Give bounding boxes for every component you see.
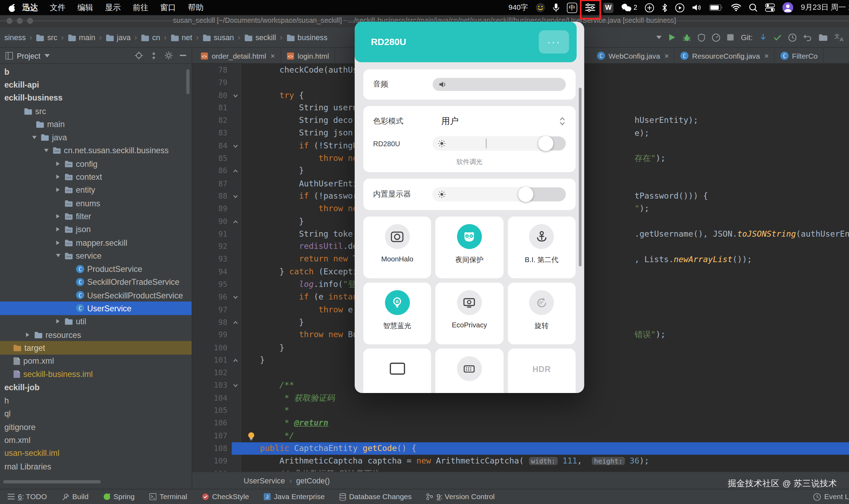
breadcrumb-item-5[interactable]: net	[182, 33, 192, 42]
breadcrumb-item-7[interactable]: seckill	[256, 33, 276, 42]
tree-item[interactable]: src	[0, 104, 192, 118]
tree-item[interactable]: CUserService	[0, 302, 192, 315]
menu-item-3[interactable]: 前往	[127, 2, 154, 13]
statusbar-checkstyle[interactable]: CheckStyle	[202, 492, 249, 501]
apple-menu-icon[interactable]	[8, 3, 16, 12]
tree-item[interactable]: main	[0, 118, 192, 131]
menu-item-4[interactable]: 窗口	[154, 2, 182, 13]
tree-item[interactable]: service	[0, 249, 192, 262]
statusbar-build[interactable]: Build	[61, 492, 89, 501]
profiler-icon[interactable]	[712, 33, 720, 41]
tree-item[interactable]: ql	[0, 407, 192, 420]
fold-marker-icon[interactable]	[233, 295, 238, 300]
feature-ecoprivacy[interactable]: EcoPrivacy	[436, 283, 503, 344]
menubar-clock[interactable]: 9月23日 周一 1	[801, 3, 849, 13]
more-options-button[interactable]: ···	[539, 30, 569, 54]
tree-item[interactable]: mapper.seckill	[0, 236, 192, 249]
builtin-brightness-slider[interactable]	[433, 187, 566, 201]
tree-item[interactable]: eckill-job	[0, 381, 192, 394]
fold-marker-icon[interactable]	[233, 383, 238, 388]
tree-item[interactable]: context	[0, 170, 192, 184]
menu-item-1[interactable]: 编辑	[72, 2, 99, 13]
project-panel-title[interactable]: Project	[17, 51, 40, 60]
wifi-icon[interactable]	[731, 4, 741, 12]
breadcrumb-item-2[interactable]: main	[79, 33, 95, 42]
audio-slider[interactable]	[433, 78, 566, 91]
tree-item[interactable]: rnal Libraries	[0, 460, 192, 473]
popup-scrollbar[interactable]	[579, 88, 582, 266]
play-icon[interactable]	[675, 3, 684, 12]
expand-arrow-icon[interactable]	[54, 319, 62, 324]
breadcrumb-item-1[interactable]: src	[47, 33, 57, 42]
expand-arrow-icon[interactable]	[54, 187, 62, 192]
slider-knob[interactable]	[518, 187, 533, 202]
tree-item[interactable]: entity	[0, 183, 192, 197]
run-config-caret-icon[interactable]	[656, 36, 662, 39]
statusbar-spring[interactable]: Spring	[103, 492, 135, 501]
git-commit-icon[interactable]	[774, 34, 781, 40]
project-horizontal-scrollbar[interactable]	[3, 480, 101, 483]
menubar-app-name[interactable]: 迅达	[16, 2, 44, 13]
feature-hdr[interactable]: HDR	[508, 349, 575, 393]
input-method-indicator[interactable]: 中	[567, 2, 577, 13]
breadcrumb-item-3[interactable]: java	[117, 33, 131, 42]
git-history-icon[interactable]	[788, 33, 796, 41]
editor-tab[interactable]: CWebConfig.java×	[591, 47, 675, 64]
intention-bulb-icon[interactable]	[247, 431, 256, 440]
expand-arrow-icon[interactable]	[24, 332, 31, 337]
tree-item[interactable]: pom.xml	[0, 354, 192, 368]
w-app-icon[interactable]: W	[603, 2, 613, 13]
feature-moonhalo[interactable]: MoonHalo	[363, 216, 431, 278]
expand-arrow-icon[interactable]	[54, 227, 62, 232]
editor-tab[interactable]: CFilterCo	[775, 47, 824, 64]
wechat-icon[interactable]: 2	[621, 3, 637, 12]
tree-item[interactable]: eckill-api	[0, 78, 192, 91]
project-title-caret-icon[interactable]	[44, 54, 50, 57]
tree-item[interactable]: json	[0, 223, 192, 236]
control-center-icon[interactable]	[765, 3, 775, 13]
breadcrumb-class[interactable]: UserService	[244, 476, 285, 485]
tree-item[interactable]: target	[0, 341, 192, 355]
tree-item[interactable]: enums	[0, 197, 192, 210]
color-mode-stepper[interactable]	[559, 116, 566, 127]
statusbar-javaee[interactable]: JJava Enterprise	[264, 492, 325, 501]
tree-item[interactable]: gitignore	[0, 420, 192, 433]
tab-close-icon[interactable]: ×	[271, 51, 275, 60]
statusbar-db[interactable]: Database Changes	[339, 492, 412, 501]
tab-close-icon[interactable]: ×	[764, 51, 769, 60]
fold-marker-icon[interactable]	[233, 219, 238, 224]
monitor-brightness-slider[interactable]	[433, 136, 566, 150]
fold-marker-icon[interactable]	[233, 143, 238, 149]
feature-bi-gen2[interactable]: B.I. 第二代	[508, 216, 575, 278]
statusbar-vcs[interactable]: 9: Version Control	[426, 492, 495, 501]
tree-item[interactable]: java	[0, 131, 192, 144]
expand-arrow-icon[interactable]	[54, 214, 62, 219]
volume-icon[interactable]	[692, 4, 702, 12]
feature-smart-blue-light[interactable]: B智慧蓝光	[363, 283, 431, 344]
add-icon[interactable]	[645, 3, 654, 12]
editor-tab[interactable]: CResourceConfig.java×	[675, 47, 775, 64]
tree-item[interactable]: h	[0, 394, 192, 407]
fold-marker-icon[interactable]	[233, 194, 238, 199]
tree-item[interactable]: b	[0, 65, 192, 78]
tree-item[interactable]: resources	[0, 328, 192, 341]
tree-item[interactable]: CProductService	[0, 262, 192, 275]
collapse-icon[interactable]	[150, 52, 158, 59]
tree-item[interactable]: usan-seckill.iml	[0, 446, 192, 460]
feature-rotation[interactable]: 0°旋转	[508, 283, 575, 344]
locate-icon[interactable]	[135, 51, 143, 59]
expand-arrow-icon[interactable]	[54, 161, 62, 166]
tree-item[interactable]: cn.net.susan.seckill.business	[0, 144, 192, 157]
statusbar-terminal[interactable]: Terminal	[149, 492, 187, 501]
tree-item[interactable]: config	[0, 157, 192, 170]
breadcrumb-item-0[interactable]: siness	[4, 33, 26, 42]
statusbar-event-log[interactable]: Event L	[813, 492, 849, 501]
breadcrumb-item-6[interactable]: susan	[214, 33, 234, 42]
fold-marker-icon[interactable]	[233, 320, 238, 326]
git-rollback-icon[interactable]	[804, 34, 812, 41]
feature-keypad[interactable]	[436, 349, 503, 393]
open-folder-icon[interactable]	[819, 34, 827, 41]
minus-icon[interactable]	[180, 55, 186, 57]
tree-item[interactable]: CUserSeckillProductService	[0, 289, 192, 302]
slider-knob[interactable]	[538, 136, 553, 151]
